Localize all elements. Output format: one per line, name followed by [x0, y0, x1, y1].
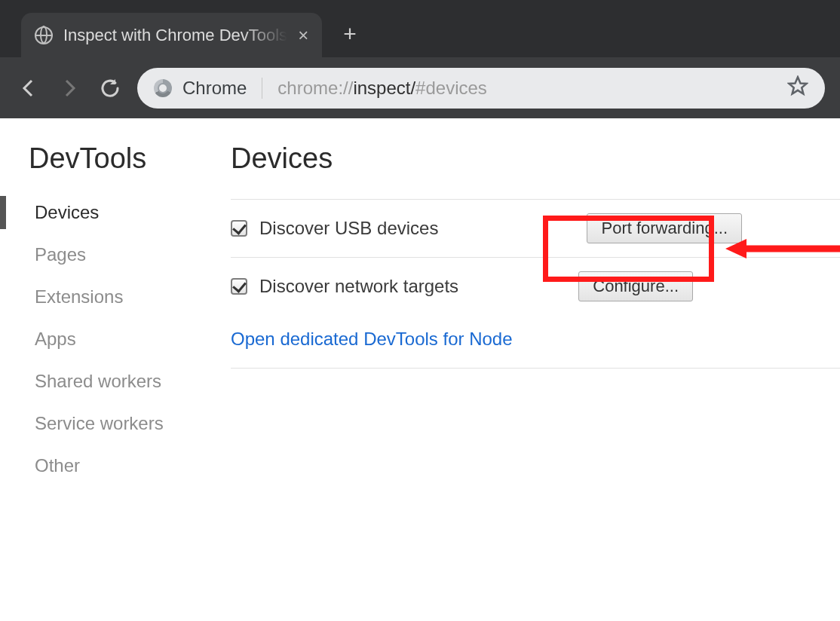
sidebar-item-list: Devices Pages Extensions Apps Shared wor…	[0, 191, 231, 487]
configure-button[interactable]: Configure...	[578, 271, 693, 301]
open-devtools-node-link[interactable]: Open dedicated DevTools for Node	[231, 315, 513, 368]
sidebar-item-shared-workers[interactable]: Shared workers	[0, 360, 231, 402]
address-bar[interactable]: Chrome chrome://inspect/#devices	[137, 68, 825, 109]
row-node-link: Open dedicated DevTools for Node	[231, 315, 840, 369]
sidebar-item-apps[interactable]: Apps	[0, 318, 231, 360]
bookmark-star-icon[interactable]	[787, 75, 808, 101]
page-content: DevTools Devices Pages Extensions Apps S…	[0, 118, 840, 621]
browser-tab[interactable]: Inspect with Chrome DevTools ×	[21, 13, 322, 57]
sidebar-item-other[interactable]: Other	[0, 445, 231, 487]
sidebar-item-extensions[interactable]: Extensions	[0, 276, 231, 318]
checkbox-network-targets[interactable]	[231, 278, 247, 295]
back-button[interactable]	[15, 75, 42, 102]
address-scheme-label: Chrome	[182, 78, 247, 99]
sidebar-title: DevTools	[0, 142, 231, 191]
label-network-targets: Discover network targets	[259, 276, 458, 297]
sidebar-item-devices[interactable]: Devices	[0, 191, 231, 234]
address-separator	[262, 78, 262, 99]
new-tab-button[interactable]: +	[334, 21, 357, 57]
sidebar-item-service-workers[interactable]: Service workers	[0, 402, 231, 445]
browser-chrome: Inspect with Chrome DevTools × + Chrome …	[0, 0, 840, 118]
address-url: chrome://inspect/#devices	[277, 78, 486, 99]
close-icon[interactable]: ×	[298, 26, 308, 44]
chrome-icon	[154, 79, 172, 97]
label-usb-devices: Discover USB devices	[259, 218, 438, 239]
browser-toolbar: Chrome chrome://inspect/#devices	[0, 57, 840, 118]
checkbox-usb-devices[interactable]	[231, 220, 247, 237]
sidebar-item-pages[interactable]: Pages	[0, 234, 231, 276]
row-usb-devices: Discover USB devices Port forwarding...	[231, 199, 840, 257]
tab-title: Inspect with Chrome DevTools	[63, 26, 287, 45]
forward-button[interactable]	[56, 75, 83, 102]
page-heading: Devices	[231, 142, 840, 199]
main-panel: Devices Discover USB devices Port forwar…	[231, 118, 840, 621]
tab-strip: Inspect with Chrome DevTools × +	[0, 0, 840, 57]
globe-icon	[35, 26, 53, 44]
row-network-targets: Discover network targets Configure...	[231, 257, 840, 315]
port-forwarding-button[interactable]: Port forwarding...	[587, 213, 742, 243]
reload-button[interactable]	[97, 75, 124, 102]
sidebar: DevTools Devices Pages Extensions Apps S…	[0, 118, 231, 621]
